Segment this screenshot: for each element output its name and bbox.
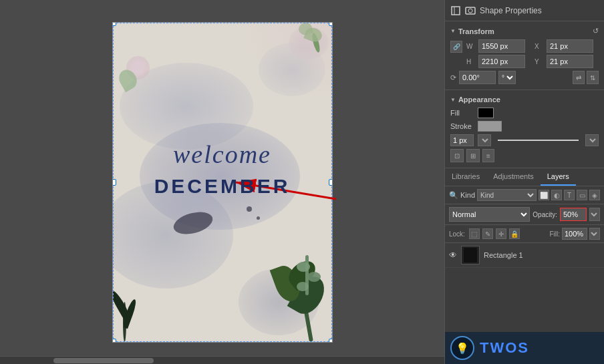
text-filter-icon[interactable]: T <box>564 190 575 200</box>
width-row: W <box>466 39 531 53</box>
lock-all-icon[interactable]: 🔒 <box>509 228 520 239</box>
wh-fields: W H <box>466 39 531 68</box>
layers-toolbar: 🔍 Kind Kind ⬜ ◐ T ▭ ◈ <box>445 186 604 204</box>
effect-btn-2[interactable]: ⊞ <box>466 149 480 162</box>
adjustment-filter-icon[interactable]: ◐ <box>551 190 562 200</box>
stroke-label: Stroke <box>450 122 474 130</box>
lock-position-icon[interactable]: ✎ <box>482 228 493 239</box>
december-text: DECEMBER <box>154 175 291 198</box>
fill-label: Fill <box>450 109 474 117</box>
stroke-style-dropdown[interactable]: v <box>585 134 599 146</box>
blend-row: Normal Opacity: v <box>445 204 604 225</box>
y-input[interactable] <box>547 55 593 68</box>
lock-row: Lock: ⬚ ✎ ✛ 🔒 Fill: v <box>445 225 604 243</box>
blend-mode-dropdown[interactable]: Normal <box>449 207 530 222</box>
flip-h-button[interactable]: ⇄ <box>573 71 585 84</box>
transform-fields: 🔗 W H X Y <box>450 39 599 68</box>
spiky-plant <box>116 275 156 342</box>
reset-icon[interactable]: ↺ <box>593 27 599 35</box>
stroke-row: Stroke <box>450 121 599 132</box>
width-input[interactable] <box>478 39 525 53</box>
appearance-section: ▼ Appearance Fill Stroke v v ⊡ ⊞ ≡ <box>445 90 604 168</box>
angle-input[interactable] <box>459 71 496 84</box>
stroke-width-dropdown[interactable]: v <box>478 134 491 146</box>
logo-text: TWOS <box>480 339 529 357</box>
ink-splat-3 <box>257 216 260 220</box>
layer-visibility-icon[interactable]: 👁 <box>449 250 457 260</box>
svg-point-4 <box>468 9 472 13</box>
flip-v-button[interactable]: ⇅ <box>587 71 599 84</box>
appearance-header[interactable]: ▼ Appearance <box>450 96 599 104</box>
lock-move-icon[interactable]: ✛ <box>496 228 506 239</box>
flowers-left <box>120 56 166 96</box>
opacity-dropdown[interactable]: v <box>589 208 600 221</box>
canvas-inner: welcome DECEMBER <box>9 5 436 359</box>
angle-dropdown[interactable]: ° <box>498 71 516 84</box>
design-card[interactable]: welcome DECEMBER <box>112 22 333 343</box>
stroke-line-preview <box>498 140 579 141</box>
shape-properties-icon <box>450 5 461 16</box>
flip-icons: ⇄ ⇅ <box>573 71 599 84</box>
angle-row: ⟳ ° ⇄ ⇅ <box>450 71 599 84</box>
lock-label: Lock: <box>449 230 465 238</box>
y-row: Y <box>535 55 599 68</box>
link-symbol: 🔗 <box>453 43 460 50</box>
tab-adjustments[interactable]: Adjustments <box>486 168 541 186</box>
fill-color-swatch[interactable] <box>478 108 494 118</box>
fill-pct-input[interactable] <box>562 228 587 240</box>
tab-layers[interactable]: Layers <box>541 168 576 186</box>
tab-libraries[interactable]: Libraries <box>445 168 486 186</box>
logo-circle: 💡 <box>450 336 474 360</box>
x-label: X <box>535 43 544 50</box>
transform-label: Transform <box>458 27 494 35</box>
height-row: H <box>466 55 531 68</box>
transform-section: ▼ Transform ↺ 🔗 W H X <box>445 21 604 90</box>
appearance-chevron: ▼ <box>450 97 456 103</box>
effect-btn-3[interactable]: ≡ <box>482 149 494 162</box>
link-wh-icon[interactable]: 🔗 <box>450 41 462 53</box>
panel-tabs: Libraries Adjustments Layers <box>445 168 604 186</box>
stroke-width-input[interactable] <box>450 134 474 146</box>
eu-leaf-2 <box>307 272 321 282</box>
kind-label: Kind <box>460 191 475 199</box>
layer-list: 👁 Rectangle 1 <box>445 243 604 332</box>
eucalyptus <box>295 255 329 302</box>
welcome-text: welcome <box>173 140 271 169</box>
stroke-color-swatch[interactable] <box>478 121 502 132</box>
height-label: H <box>466 58 476 65</box>
transform-header[interactable]: ▼ Transform ↺ <box>450 27 599 35</box>
layer-name: Rectangle 1 <box>484 251 600 259</box>
x-row: X <box>535 39 599 53</box>
height-input[interactable] <box>478 55 525 68</box>
opacity-input[interactable] <box>560 208 587 221</box>
kind-dropdown[interactable]: Kind <box>477 189 537 201</box>
appearance-label: Appearance <box>458 96 500 104</box>
angle-icon: ⟳ <box>450 73 456 82</box>
transform-chevron: ▼ <box>450 28 456 34</box>
opacity-label: Opacity: <box>533 211 557 218</box>
effect-btn-1[interactable]: ⊡ <box>450 149 464 162</box>
ink-splat-2 <box>247 206 252 212</box>
design-card-inner: welcome DECEMBER <box>113 23 332 342</box>
lock-icons: ⬚ ✎ ✛ 🔒 <box>469 228 520 239</box>
scroll-thumb-h[interactable] <box>53 358 154 363</box>
y-label: Y <box>535 58 544 65</box>
fill-pct-dropdown[interactable]: v <box>589 228 600 240</box>
eu-leaf-3 <box>297 282 309 291</box>
width-label: W <box>466 43 476 50</box>
horizontal-scrollbar[interactable] <box>0 356 444 364</box>
fill-row: Fill <box>450 108 599 118</box>
eu-leaf-1 <box>297 262 310 272</box>
layer-thumbnail <box>461 246 480 264</box>
layer-row[interactable]: 👁 Rectangle 1 <box>445 243 604 268</box>
pixel-filter-icon[interactable]: ⬜ <box>539 190 549 200</box>
x-input[interactable] <box>547 39 593 53</box>
camera-icon <box>465 5 476 16</box>
xy-fields: X Y <box>535 39 599 68</box>
logo-icon: 💡 <box>456 342 469 355</box>
shape-filter-icon[interactable]: ▭ <box>577 190 587 200</box>
fill-percent-row: Fill: v <box>549 228 600 240</box>
lock-pixels-icon[interactable]: ⬚ <box>469 228 480 239</box>
smart-filter-icon[interactable]: ◈ <box>589 190 600 200</box>
right-panel: Shape Properties ▼ Transform ↺ 🔗 W H <box>444 0 604 364</box>
